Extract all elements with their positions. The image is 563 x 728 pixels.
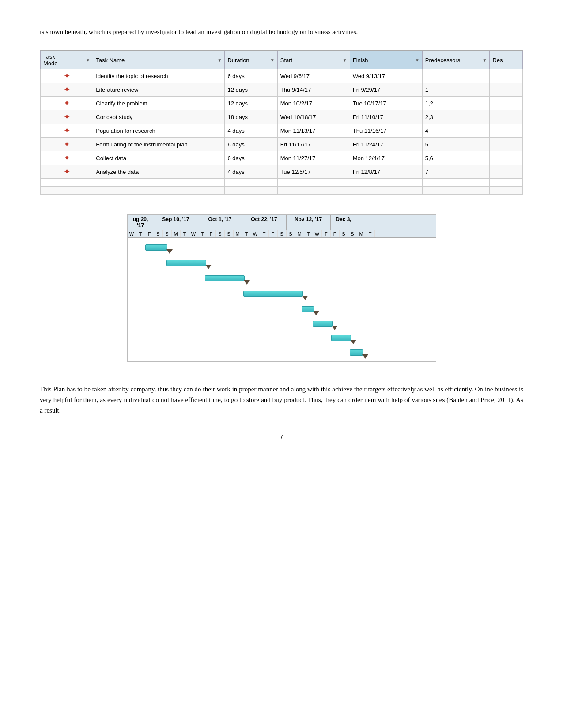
cell-resources-5 (490, 138, 523, 151)
cell-task-name-2: Clearify the problem (93, 97, 225, 110)
gantt-table-wrapper: TaskMode ▼ Task Name ▼ Duration ▼ (40, 50, 523, 195)
day-s5: S (278, 230, 287, 237)
duration-dropdown[interactable]: ▼ (270, 58, 275, 63)
empty-row (41, 179, 523, 187)
gantt-bar-8 (350, 349, 363, 356)
cell-start-2: Mon 10/2/17 (277, 97, 350, 110)
col-header-task-name: Task Name ▼ (93, 51, 225, 69)
cell-duration-2: 12 days (225, 97, 277, 110)
milestone-8 (362, 354, 368, 362)
task-icon-6: ✦ (64, 154, 70, 162)
cell-task-mode-7: ✦ (41, 165, 93, 179)
col-header-finish: Finish ▼ (350, 51, 422, 69)
period-oct22: Oct 22, '17 (242, 215, 287, 230)
cell-task-mode-4: ✦ (41, 124, 93, 138)
gantt-bar-2 (166, 260, 206, 266)
gantt-table: TaskMode ▼ Task Name ▼ Duration ▼ (40, 51, 523, 195)
cell-start-6: Mon 11/27/17 (277, 151, 350, 165)
finish-dropdown[interactable]: ▼ (415, 58, 419, 63)
predecessors-dropdown[interactable]: ▼ (482, 58, 487, 63)
period-oct1: Oct 1, '17 (198, 215, 242, 230)
col-header-predecessors: Predecessors ▼ (422, 51, 490, 69)
cell-finish-7: Fri 12/8/17 (350, 165, 422, 179)
cell-finish-5: Fri 11/24/17 (350, 138, 422, 151)
start-dropdown[interactable]: ▼ (343, 58, 347, 63)
day-s8: S (348, 230, 357, 237)
cell-resources-3 (490, 110, 523, 124)
cell-start-0: Wed 9/6/17 (277, 69, 350, 83)
cell-start-7: Tue 12/5/17 (277, 165, 350, 179)
gantt-timeline-header: ug 20, '17 Sep 10, '17 Oct 1, '17 Oct 22… (128, 215, 436, 230)
day-m2: M (234, 230, 242, 237)
gantt-chart: ug 20, '17 Sep 10, '17 Oct 1, '17 Oct 22… (127, 214, 436, 362)
cell-duration-7: 4 days (225, 165, 277, 179)
cell-task-name-5: Formulating of the instrumental plan (93, 138, 225, 151)
task-icon-3: ✦ (64, 113, 70, 121)
day-m1: M (172, 230, 181, 237)
table-row: ✦ Concept study 18 days Wed 10/18/17 Fri… (41, 110, 523, 124)
start-label: Start (280, 57, 292, 64)
cell-finish-2: Tue 10/17/17 (350, 97, 422, 110)
cell-task-name-1: Literature review (93, 83, 225, 97)
task-icon-5: ✦ (64, 140, 70, 149)
day-s6: S (287, 230, 295, 237)
finish-label: Finish (353, 57, 368, 64)
cell-task-mode-3: ✦ (41, 110, 93, 124)
cell-resources-2 (490, 97, 523, 110)
cell-duration-1: 12 days (225, 83, 277, 97)
cell-start-3: Wed 10/18/17 (277, 110, 350, 124)
table-row: ✦ Population for research 4 days Mon 11/… (41, 124, 523, 138)
cell-task-name-0: Identity the topic of research (93, 69, 225, 83)
period-aug: ug 20, '17 (128, 215, 154, 230)
col-header-duration: Duration ▼ (225, 51, 277, 69)
period-dec: Dec 3, (331, 215, 357, 230)
cell-duration-5: 6 days (225, 138, 277, 151)
cell-duration-6: 6 days (225, 151, 277, 165)
cell-predecessors-6: 5,6 (422, 151, 490, 165)
day-w4: W (313, 230, 322, 237)
day-w1: W (128, 230, 136, 237)
day-f4: F (331, 230, 340, 237)
day-w2: W (189, 230, 198, 237)
gantt-bar-7 (331, 335, 351, 341)
gantt-bar-4 (243, 291, 303, 297)
table-row: ✦ Clearify the problem 12 days Mon 10/2/… (41, 97, 523, 110)
empty-row (41, 187, 523, 195)
day-f3: F (269, 230, 278, 237)
cell-task-mode-0: ✦ (41, 69, 93, 83)
cell-resources-6 (490, 151, 523, 165)
task-mode-label: TaskMode (43, 53, 58, 67)
cell-predecessors-1: 1 (422, 83, 490, 97)
table-row: ✦ Formulating of the instrumental plan 6… (41, 138, 523, 151)
cell-task-name-7: Analyze the data (93, 165, 225, 179)
day-w3: W (251, 230, 260, 237)
cell-resources-7 (490, 165, 523, 179)
col-header-resources: Res (490, 51, 523, 69)
cell-start-4: Mon 11/13/17 (277, 124, 350, 138)
task-name-dropdown[interactable]: ▼ (218, 58, 222, 63)
day-m3: M (295, 230, 304, 237)
col-header-task-mode: TaskMode ▼ (41, 51, 93, 69)
cell-finish-4: Thu 11/16/17 (350, 124, 422, 138)
day-f2: F (207, 230, 216, 237)
period-sep: Sep 10, '17 (154, 215, 198, 230)
table-row: ✦ Collect data 6 days Mon 11/27/17 Mon 1… (41, 151, 523, 165)
cell-task-name-3: Concept study (93, 110, 225, 124)
cell-predecessors-4: 4 (422, 124, 490, 138)
table-row: ✦ Analyze the data 4 days Tue 12/5/17 Fr… (41, 165, 523, 179)
cell-duration-3: 18 days (225, 110, 277, 124)
cell-start-5: Fri 11/17/17 (277, 138, 350, 151)
gantt-body (128, 238, 436, 361)
gantt-bar-3 (205, 275, 245, 281)
table-row: ✦ Identity the topic of research 6 days … (41, 69, 523, 83)
day-t6: T (304, 230, 313, 237)
day-s1: S (154, 230, 163, 237)
day-m4: M (357, 230, 366, 237)
cell-task-name-4: Population for research (93, 124, 225, 138)
cell-predecessors-0 (422, 69, 490, 83)
cell-finish-0: Wed 9/13/17 (350, 69, 422, 83)
day-s3: S (216, 230, 225, 237)
milestone-7 (350, 340, 356, 347)
cell-duration-0: 6 days (225, 69, 277, 83)
task-mode-dropdown[interactable]: ▼ (86, 58, 90, 63)
